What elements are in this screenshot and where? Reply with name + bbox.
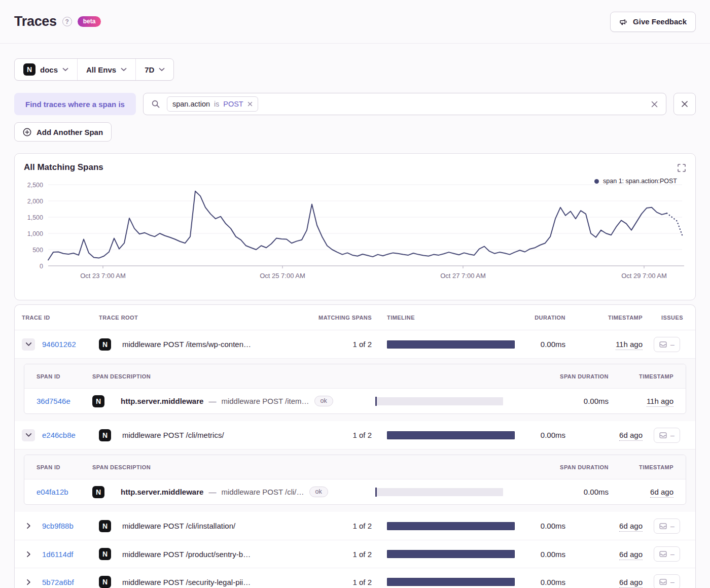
trace-id-link[interactable]: 1d6114df (42, 550, 99, 559)
trace-root: middleware POST /cli/metrics/ (122, 431, 316, 439)
timestamp-value[interactable]: 6d ago (619, 522, 643, 532)
all-matching-spans-panel: All Matching Spans span 1: span.action:P… (14, 153, 696, 300)
beta-badge: beta (78, 16, 101, 27)
issues-button[interactable]: – (654, 546, 680, 562)
span-timestamp-value[interactable]: 6d ago (650, 488, 673, 498)
issues-icon (659, 578, 667, 585)
timestamp-value[interactable]: 11h ago (616, 340, 643, 350)
chart-title: All Matching Spans (15, 154, 695, 172)
matching-spans-count: 1 of 2 (316, 340, 372, 349)
timeline-bar (387, 578, 515, 586)
span-description: middleware POST /cli/… (221, 488, 304, 496)
add-another-span-button[interactable]: Add Another Span (14, 122, 112, 142)
table-row[interactable]: 9cb9f88b N middleware POST /cli/installa… (15, 512, 695, 540)
span-separator: — (208, 488, 216, 496)
header-trace-root: TRACE ROOT (99, 315, 293, 321)
header-duration: DURATION (515, 315, 574, 321)
expand-row-button[interactable] (22, 548, 35, 560)
page-title: Traces (14, 14, 57, 29)
table-row[interactable]: e246cb8e N middleware POST /cli/metrics/… (15, 421, 695, 449)
chart-legend: span 1: span.action:POST (594, 178, 677, 185)
span-status-badge: ok (314, 396, 333, 406)
span-description: middleware POST /item… (221, 397, 309, 405)
expand-row-button[interactable] (22, 576, 35, 588)
date-range-selector-value: 7D (145, 65, 154, 74)
environment-selector[interactable]: All Envs (77, 59, 135, 80)
timestamp-value[interactable]: 6d ago (619, 550, 643, 560)
timeline-bar (387, 431, 515, 439)
remove-token-icon[interactable] (247, 101, 253, 107)
issues-button[interactable]: – (654, 574, 680, 588)
give-feedback-button[interactable]: Give Feedback (610, 12, 696, 32)
span-timeline-marker (375, 488, 377, 497)
trace-id-link[interactable]: 5b72a6bf (42, 578, 99, 586)
span-row[interactable]: e04fa12b N http.server.middleware — midd… (24, 479, 686, 504)
span-row[interactable]: 36d7546e N http.server.middleware — midd… (24, 389, 686, 413)
help-icon[interactable]: ? (62, 17, 72, 26)
trace-id-link[interactable]: e246cb8e (42, 431, 99, 439)
header-trace-id: TRACE ID (22, 315, 99, 321)
collapse-row-button[interactable] (22, 338, 35, 351)
timestamp-value[interactable]: 6d ago (619, 431, 643, 441)
clear-search-button[interactable] (651, 100, 658, 108)
traces-table: TRACE ID TRACE ROOT MATCHING SPANS TIMEL… (14, 304, 696, 588)
header-timeline: TIMELINE (387, 315, 515, 321)
table-row[interactable]: 94601262 N middleware POST /items/wp-con… (15, 330, 695, 358)
nextjs-icon: N (99, 338, 111, 351)
span-id-link[interactable]: 36d7546e (37, 397, 92, 405)
span-id-link[interactable]: e04fa12b (37, 488, 92, 496)
table-row[interactable]: 5b72a6bf N middleware POST /security-leg… (15, 568, 695, 588)
issues-count: – (670, 431, 674, 439)
project-selector[interactable]: N docs (15, 59, 77, 80)
search-token-value: POST (223, 100, 243, 108)
timeline-bar (387, 550, 515, 558)
issues-button[interactable]: – (654, 337, 680, 352)
duration-value: 0.00ms (515, 522, 574, 530)
expanded-span-region: SPAN ID SPAN DESCRIPTION SPAN DURATION T… (15, 358, 695, 421)
nextjs-icon: N (92, 395, 104, 407)
chevron-down-icon (25, 433, 32, 437)
header-span-id: SPAN ID (37, 373, 92, 379)
span-subtable-header: SPAN ID SPAN DESCRIPTION SPAN DURATION T… (24, 364, 686, 389)
issues-icon (659, 550, 667, 558)
expand-row-button[interactable] (22, 520, 35, 532)
search-token-key: span.action (172, 100, 210, 108)
remove-span-filter-button[interactable] (673, 93, 696, 115)
add-another-span-label: Add Another Span (37, 128, 103, 136)
duration-value: 0.00ms (515, 340, 574, 349)
chevron-down-icon (25, 342, 32, 347)
header-issues: ISSUES (643, 315, 691, 321)
span-duration-value: 0.00ms (503, 488, 609, 496)
table-row[interactable]: 1d6114df N middleware POST /product/sent… (15, 540, 695, 568)
issues-button[interactable]: – (654, 518, 680, 534)
nextjs-icon: N (99, 548, 111, 560)
expand-chart-button[interactable] (678, 164, 686, 172)
issues-count: – (670, 550, 674, 558)
header-timestamp: TIMESTAMP (574, 315, 643, 321)
close-icon (681, 100, 689, 108)
span-timestamp-value[interactable]: 11h ago (647, 397, 673, 407)
svg-text:Oct 23 7:00 AM: Oct 23 7:00 AM (80, 272, 126, 280)
collapse-row-button[interactable] (22, 429, 35, 441)
megaphone-icon (619, 18, 628, 26)
date-range-selector[interactable]: 7D (135, 59, 173, 80)
duration-value: 0.00ms (515, 578, 574, 586)
svg-text:0: 0 (40, 263, 43, 270)
duration-value: 0.00ms (515, 431, 574, 439)
trace-id-link[interactable]: 94601262 (42, 340, 99, 349)
span-search-input[interactable]: span.action is POST (143, 93, 666, 115)
trace-id-link[interactable]: 9cb9f88b (42, 522, 99, 530)
nextjs-icon: N (23, 63, 36, 76)
svg-text:1,000: 1,000 (27, 230, 43, 237)
chevron-right-icon (26, 523, 31, 529)
header-span-timestamp: TIMESTAMP (609, 464, 673, 470)
search-token[interactable]: span.action is POST (167, 96, 258, 112)
timestamp-value[interactable]: 6d ago (619, 578, 643, 588)
header-span-description: SPAN DESCRIPTION (92, 464, 375, 470)
issues-count: – (670, 578, 674, 586)
issues-button[interactable]: – (654, 428, 680, 443)
chevron-right-icon (26, 579, 31, 585)
find-traces-label[interactable]: Find traces where a span is (14, 93, 136, 115)
plus-circle-icon (23, 128, 31, 136)
header-span-description: SPAN DESCRIPTION (92, 373, 375, 379)
